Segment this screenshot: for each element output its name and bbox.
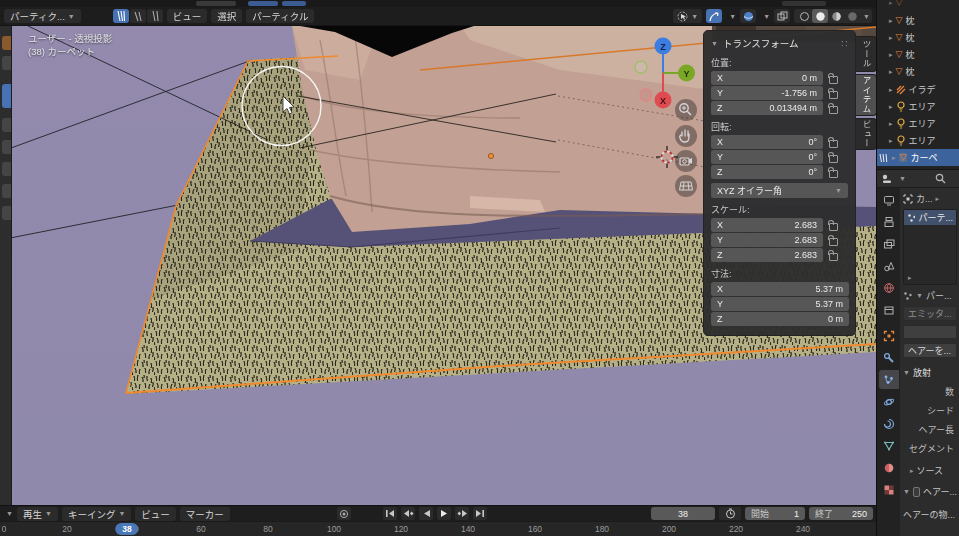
expand-arrow-icon[interactable]: ▸	[889, 0, 893, 7]
expand-arrow-icon[interactable]: ▸	[889, 137, 893, 145]
playback-menu[interactable]: 再生▼	[17, 507, 58, 521]
location-z-field[interactable]: Z0.013494 m	[711, 101, 823, 115]
outliner-item[interactable]: ▸ エリア	[877, 115, 959, 132]
current-frame-indicator[interactable]: 38	[115, 523, 138, 535]
view-menu[interactable]: ビュー	[135, 507, 176, 521]
location-y-field[interactable]: Y-1.756 m	[711, 86, 823, 100]
tab-object-data[interactable]	[879, 436, 899, 455]
lock-icon[interactable]	[829, 155, 838, 163]
timeline-ruler[interactable]: 0 20 40 60 80 100 120 140 160 180 200 22…	[0, 521, 876, 536]
particle-id-selector[interactable]: ▼ パー...	[903, 289, 957, 302]
tab-modifiers[interactable]	[879, 348, 899, 367]
expand-arrow-icon[interactable]: ▸	[889, 51, 893, 59]
topbar-scene-select[interactable]	[782, 1, 826, 6]
mode-selector[interactable]: パーティク...▼	[4, 9, 81, 23]
menu-select[interactable]: 選択	[211, 9, 242, 23]
lock-icon[interactable]	[829, 238, 838, 246]
hair-dynamics-header[interactable]: ▼ ヘアー...	[903, 485, 957, 498]
outliner-item[interactable]: ▸▽枕	[877, 46, 959, 63]
list-expand-icon[interactable]: ▸	[908, 274, 912, 282]
axis-neg-x[interactable]	[640, 89, 652, 101]
tab-render[interactable]	[879, 190, 899, 209]
outliner-item[interactable]: ▸▽枕	[877, 29, 959, 46]
play-button[interactable]	[437, 507, 451, 520]
frame-end-field[interactable]: 終了250	[809, 507, 873, 520]
tool-add[interactable]	[2, 118, 11, 132]
topbar-tab-active[interactable]	[248, 1, 278, 6]
select-tool-dropdown[interactable]: ▼	[673, 9, 702, 23]
hair-edit-button[interactable]: ヘアーを...	[903, 343, 957, 358]
lock-icon[interactable]	[829, 223, 838, 231]
location-x-field[interactable]: X0 m	[711, 71, 823, 85]
expand-arrow-icon[interactable]: ▸	[889, 120, 893, 128]
rotation-x-field[interactable]: X0°	[711, 135, 823, 149]
outliner-item[interactable]: ▸ イラデ	[877, 81, 959, 98]
outliner-item-selected[interactable]: ▸ ▽ カーペ	[877, 149, 959, 166]
tab-texture[interactable]	[879, 480, 899, 499]
tool-active[interactable]	[2, 84, 11, 108]
particle-system-item[interactable]: パーテ...	[904, 210, 956, 225]
topbar-tab[interactable]	[196, 1, 236, 6]
search-icon[interactable]	[935, 173, 946, 184]
jump-to-start-button[interactable]	[383, 507, 397, 520]
lock-icon[interactable]	[829, 106, 838, 114]
properties-editor-icon[interactable]	[881, 174, 893, 184]
rotation-z-field[interactable]: Z0°	[711, 165, 823, 179]
topbar-tab-active2[interactable]	[282, 1, 306, 6]
lock-icon[interactable]	[829, 140, 838, 148]
dim-x-field[interactable]: X5.37 m	[711, 282, 849, 296]
scale-y-field[interactable]: Y2.683	[711, 233, 823, 247]
outliner-item[interactable]: ▸ エリア	[877, 132, 959, 149]
frame-start-field[interactable]: 開始1	[745, 507, 805, 520]
outliner-item[interactable]: ▸▽枕	[877, 12, 959, 29]
tool-cut[interactable]	[2, 184, 11, 198]
blank-button[interactable]	[903, 325, 957, 339]
collapse-arrow-icon[interactable]: ▼	[711, 40, 718, 47]
expand-arrow-icon[interactable]: ▸	[889, 103, 893, 111]
tool-length[interactable]	[2, 140, 11, 154]
sidebar-tab-item[interactable]: アイテム	[856, 74, 877, 116]
tool-comb[interactable]	[2, 36, 11, 50]
tab-collection[interactable]	[879, 300, 899, 319]
use-preview-range-button[interactable]	[719, 507, 741, 520]
scale-x-field[interactable]: X2.683	[711, 218, 823, 232]
particle-system-list[interactable]: パーテ... ▸	[903, 209, 957, 285]
expand-arrow-icon[interactable]: ▸	[889, 34, 893, 42]
keying-menu[interactable]: キーイング▼	[62, 507, 131, 521]
shading-rendered[interactable]	[844, 9, 860, 23]
tab-object[interactable]	[879, 326, 899, 345]
transform-tool-button[interactable]	[706, 9, 722, 23]
expand-arrow-icon[interactable]: ▸	[889, 68, 893, 76]
scale-z-field[interactable]: Z2.683	[711, 248, 823, 262]
comb-brush-button[interactable]	[113, 9, 129, 23]
hair-dynamics-checkbox[interactable]	[913, 487, 920, 497]
overlays-toggle[interactable]	[774, 9, 790, 23]
play-reverse-button[interactable]	[419, 507, 433, 520]
emission-panel-header[interactable]: ▼ 放射	[903, 366, 957, 379]
tab-world[interactable]	[879, 278, 899, 297]
rotation-y-field[interactable]: Y0°	[711, 150, 823, 164]
marker-menu[interactable]: マーカー	[180, 507, 230, 521]
expand-arrow-icon[interactable]: ▸	[889, 17, 893, 25]
tab-constraints[interactable]	[879, 414, 899, 433]
tab-view-layer[interactable]	[879, 234, 899, 253]
add-brush-button[interactable]	[147, 9, 163, 23]
expand-arrow-icon[interactable]: ▸	[892, 154, 896, 162]
camera-view-button[interactable]	[675, 150, 697, 172]
rotation-mode-dropdown[interactable]: XYZ オイラー角▼	[711, 183, 848, 198]
auto-keying-button[interactable]	[337, 507, 351, 520]
menu-view[interactable]: ビュー	[167, 9, 208, 23]
axis-neg-y[interactable]	[635, 61, 647, 73]
panel-grip-icon[interactable]: ∷	[841, 38, 848, 49]
lock-icon[interactable]	[829, 76, 838, 84]
next-keyframe-button[interactable]	[455, 507, 469, 520]
ortho-toggle-button[interactable]	[675, 175, 697, 197]
lock-icon[interactable]	[829, 170, 838, 178]
editor-type-chevron[interactable]: ▼	[6, 510, 13, 517]
tab-scene[interactable]	[879, 256, 899, 275]
falloff-dropdown[interactable]	[740, 9, 756, 23]
dim-z-field[interactable]: Z0 m	[711, 312, 849, 326]
jump-to-end-button[interactable]	[473, 507, 487, 520]
outliner-item[interactable]: ▸ エリア	[877, 98, 959, 115]
source-panel-header[interactable]: ▸ ソース	[910, 464, 957, 477]
